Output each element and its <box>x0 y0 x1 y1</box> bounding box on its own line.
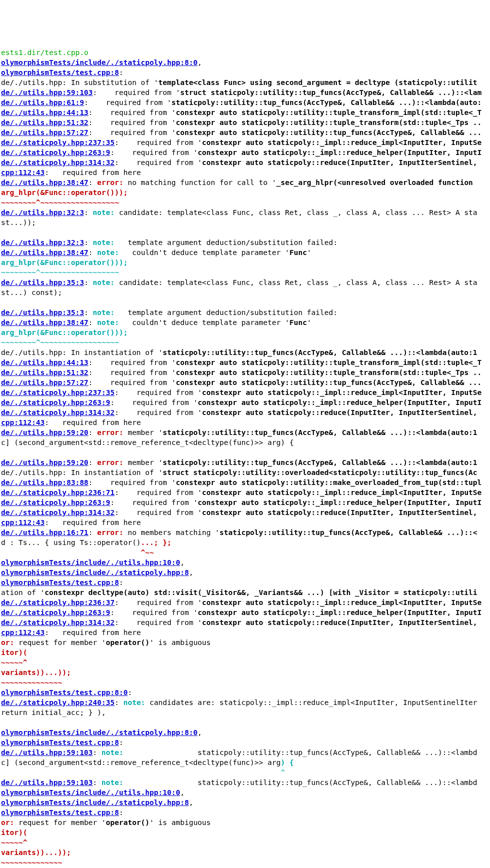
source-link[interactable]: de/./utils.hpp:51:32 <box>1 118 89 126</box>
source-link[interactable]: de/./staticpoly.hpp:314:32 <box>1 158 115 166</box>
source-link[interactable]: de/./utils.hpp:61:9 <box>1 98 84 106</box>
source-link[interactable]: de/./utils.hpp:38:47 <box>1 178 89 186</box>
source-link[interactable]: de/./staticpoly.hpp:237:35 <box>1 388 115 396</box>
source-link[interactable]: de/./staticpoly.hpp:263:9 <box>1 608 110 616</box>
source-link[interactable]: de/./utils.hpp:44:13 <box>1 358 89 366</box>
source-link[interactable]: de/./utils.hpp:57:27 <box>1 128 89 136</box>
source-link[interactable]: olymorphismTests/include/./utils.hpp:10:… <box>1 558 180 566</box>
source-link[interactable]: olymorphismTests/include/./staticpoly.hp… <box>1 568 189 576</box>
source-link[interactable]: de/./utils.hpp:44:13 <box>1 108 89 116</box>
source-link[interactable]: olymorphismTests/test.cpp:8 <box>1 578 119 586</box>
note-label: note: <box>97 778 123 786</box>
source-link[interactable]: de/./staticpoly.hpp:263:9 <box>1 498 110 506</box>
source-link[interactable]: de/./utils.hpp:16:71 <box>1 528 89 536</box>
source-link[interactable]: de/./staticpoly.hpp:236:71 <box>1 488 115 496</box>
error-label: error: <box>93 458 123 466</box>
source-link[interactable]: olymorphismTests/include/./staticpoly.hp… <box>1 58 198 66</box>
source-link[interactable]: de/./utils.hpp:59:20 <box>1 458 89 466</box>
source-link[interactable]: de/./utils.hpp:59:103 <box>1 778 93 786</box>
source-link[interactable]: de/./utils.hpp:35:3 <box>1 308 84 316</box>
source-link[interactable]: de/./staticpoly.hpp:237:35 <box>1 138 115 146</box>
context-line: ation of 'constexpr decltype(auto) std::… <box>1 588 477 596</box>
source-link[interactable]: olymorphismTests/include/./staticpoly.hp… <box>1 728 198 736</box>
note-label: note: <box>93 318 119 326</box>
error-prefix: or: <box>1 638 14 646</box>
source-link[interactable]: cpp:112:43 <box>1 518 45 526</box>
source-link[interactable]: cpp:112:43 <box>1 168 45 176</box>
source-link[interactable]: de/./utils.hpp:51:32 <box>1 368 89 376</box>
source-link[interactable]: de/./utils.hpp:38:47 <box>1 248 89 256</box>
source-link[interactable]: de/./staticpoly.hpp:314:32 <box>1 408 115 416</box>
source-link[interactable]: cpp:112:43 <box>1 628 45 636</box>
error-label: error: <box>93 428 123 436</box>
source-link[interactable]: de/./utils.hpp:83:88 <box>1 478 89 486</box>
source-link[interactable]: olymorphismTests/test.cpp:8 <box>1 808 119 816</box>
object-file-line: ests1.dir/test.cpp.o <box>1 48 89 56</box>
source-link[interactable]: de/./staticpoly.hpp:314:32 <box>1 618 115 626</box>
context-line: de/./utils.hpp: In instantiation of 'str… <box>1 468 477 476</box>
error-label: error: <box>93 178 123 186</box>
error-label: error: <box>93 528 123 536</box>
source-link[interactable]: de/./utils.hpp:57:27 <box>1 378 89 386</box>
source-link[interactable]: olymorphismTests/test.cpp:8 <box>1 68 119 76</box>
source-link[interactable]: de/./staticpoly.hpp:263:9 <box>1 148 110 156</box>
source-link[interactable]: de/./staticpoly.hpp:263:9 <box>1 398 110 406</box>
source-link[interactable]: olymorphismTests/test.cpp:8 <box>1 738 119 746</box>
source-link[interactable]: cpp:112:43 <box>1 418 45 426</box>
source-link[interactable]: de/./utils.hpp:38:47 <box>1 318 89 326</box>
source-link[interactable]: olymorphismTests/include/./staticpoly.hp… <box>1 798 189 806</box>
source-link[interactable]: de/./utils.hpp:32:3 <box>1 208 84 216</box>
note-label: note: <box>119 698 145 706</box>
note-label: note: <box>89 308 115 316</box>
context-line: de/./utils.hpp: In instantiation of 'sta… <box>1 348 477 356</box>
source-link[interactable]: de/./staticpoly.hpp:236:37 <box>1 598 115 606</box>
source-link[interactable]: de/./utils.hpp:35:3 <box>1 278 84 286</box>
source-link[interactable]: olymorphismTests/include/./utils.hpp:10:… <box>1 788 180 796</box>
compiler-output: ests1.dir/test.cpp.o olymorphismTests/in… <box>0 48 490 868</box>
source-link[interactable]: de/./staticpoly.hpp:240:35 <box>1 698 115 706</box>
note-label: note: <box>89 208 115 216</box>
note-label: note: <box>89 238 115 246</box>
source-link[interactable]: de/./utils.hpp:59:103 <box>1 748 93 756</box>
context-line: de/./utils.hpp: In substitution of 'temp… <box>1 78 477 86</box>
error-prefix: or: <box>1 818 14 826</box>
note-label: note: <box>93 248 119 256</box>
source-link[interactable]: de/./staticpoly.hpp:314:32 <box>1 508 115 516</box>
source-link[interactable]: de/./utils.hpp:59:20 <box>1 428 89 436</box>
source-link[interactable]: de/./utils.hpp:59:103 <box>1 88 93 96</box>
source-link[interactable]: de/./utils.hpp:32:3 <box>1 238 84 246</box>
source-link[interactable]: olymorphismTests/test.cpp:8:0 <box>1 688 128 696</box>
note-label: note: <box>89 278 115 286</box>
note-label: note: <box>97 748 123 756</box>
